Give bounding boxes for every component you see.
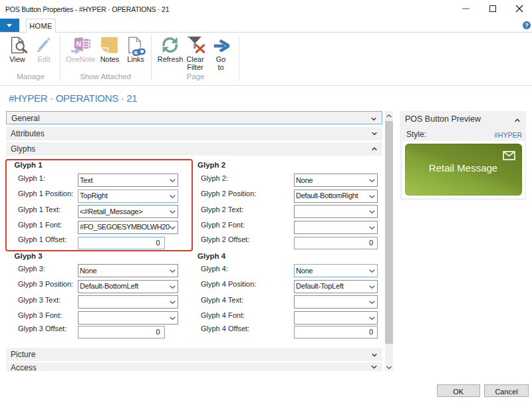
- svg-text:N: N: [76, 40, 82, 48]
